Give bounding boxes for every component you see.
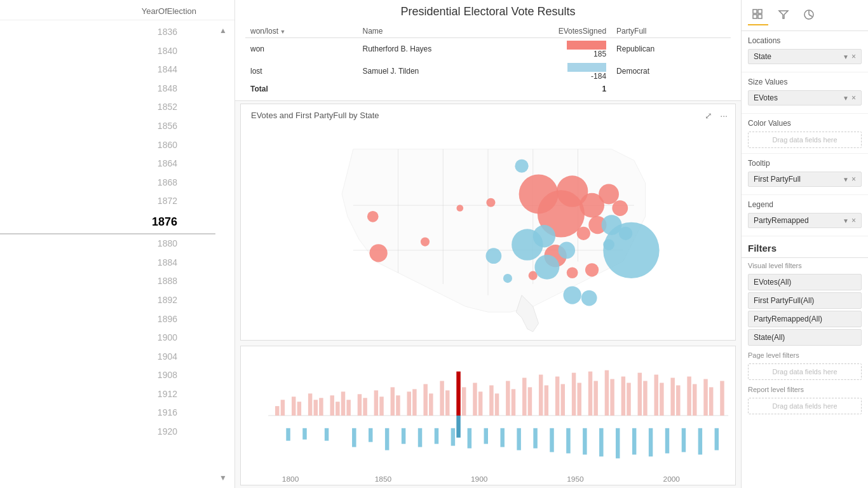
toolbar xyxy=(742,0,868,31)
tooltip-pill[interactable]: First PartyFull ▼ × xyxy=(748,172,862,187)
year-item[interactable]: 1836 xyxy=(0,23,215,42)
size-values-section: Size Values EVotes ▼ × xyxy=(742,72,868,114)
year-item[interactable]: 1864 xyxy=(0,154,215,173)
svg-rect-58 xyxy=(358,394,362,416)
year-item[interactable]: 1908 xyxy=(0,366,215,385)
svg-text:1900: 1900 xyxy=(471,475,487,482)
svg-rect-49 xyxy=(308,393,312,416)
scroll-up-arrow[interactable]: ▲ xyxy=(215,23,231,38)
year-item[interactable]: 1896 xyxy=(0,310,215,329)
legend-pill[interactable]: PartyRemapped ▼ × xyxy=(748,213,862,228)
size-values-title: Size Values xyxy=(748,78,862,86)
svg-point-22 xyxy=(585,263,599,276)
svg-rect-93 xyxy=(545,385,548,416)
legend-close-icon[interactable]: × xyxy=(851,216,856,225)
svg-rect-125 xyxy=(720,381,724,416)
svg-point-16 xyxy=(599,184,619,204)
bar-chart-svg: 1800 1850 1900 1950 2000 xyxy=(241,346,735,485)
svg-rect-48 xyxy=(302,428,306,440)
svg-rect-98 xyxy=(572,373,576,416)
year-item[interactable]: 1848 xyxy=(0,79,215,98)
svg-rect-83 xyxy=(489,385,493,416)
size-values-close-icon[interactable]: × xyxy=(851,93,856,102)
col-evotes: EVotesSigned xyxy=(553,25,611,38)
col-party: PartyFull xyxy=(611,25,731,38)
svg-point-36 xyxy=(603,222,659,278)
svg-rect-52 xyxy=(325,428,329,441)
svg-rect-43 xyxy=(275,406,279,416)
year-item[interactable]: 1852 xyxy=(0,98,215,117)
svg-rect-80 xyxy=(473,383,477,416)
year-item[interactable]: 1872 xyxy=(0,192,215,211)
svg-point-28 xyxy=(533,225,555,247)
tooltip-close-icon[interactable]: × xyxy=(851,175,856,184)
svg-text:1950: 1950 xyxy=(567,475,583,482)
map-more-btn[interactable]: ··· xyxy=(717,109,730,122)
size-values-expand-icon[interactable]: ▼ xyxy=(843,95,849,102)
svg-rect-102 xyxy=(593,381,597,416)
locations-expand-icon[interactable]: ▼ xyxy=(843,53,849,60)
row-party: Democrat xyxy=(611,60,731,83)
year-item[interactable]: 1884 xyxy=(0,254,215,273)
filter-item[interactable]: EVotes(All) xyxy=(748,274,862,290)
svg-text:2000: 2000 xyxy=(663,475,680,482)
year-item[interactable]: 1880 xyxy=(0,234,215,254)
year-item[interactable]: 1856 xyxy=(0,117,215,136)
svg-rect-65 xyxy=(396,395,400,416)
row-party: Republican xyxy=(611,38,731,60)
year-item[interactable]: 1904 xyxy=(0,348,215,367)
year-item[interactable]: 1892 xyxy=(0,291,215,310)
row-evotes: -184 xyxy=(553,60,611,83)
col-won-lost[interactable]: won/lost xyxy=(245,25,358,38)
legend-title: Legend xyxy=(748,200,862,209)
size-values-pill[interactable]: EVotes ▼ × xyxy=(748,90,862,105)
svg-rect-103 xyxy=(599,428,603,457)
locations-value: State xyxy=(754,52,843,61)
year-item[interactable]: 1888 xyxy=(0,272,215,291)
locations-pill[interactable]: State ▼ × xyxy=(748,49,862,64)
tooltip-title: Tooltip xyxy=(748,159,862,168)
svg-rect-82 xyxy=(484,428,488,444)
locations-close-icon[interactable]: × xyxy=(851,52,856,61)
year-item[interactable]: 1860 xyxy=(0,136,215,155)
scroll-down-arrow[interactable]: ▼ xyxy=(215,470,231,485)
year-item[interactable]: 1868 xyxy=(0,173,215,193)
year-item[interactable]: 1844 xyxy=(0,60,215,79)
locations-section: Locations State ▼ × xyxy=(742,31,868,72)
filters-header: Filters xyxy=(742,236,868,258)
analytics-toolbar-icon[interactable] xyxy=(799,5,819,25)
year-item[interactable]: 1840 xyxy=(0,42,215,61)
filter-item[interactable]: PartyRemapped(All) xyxy=(748,311,862,327)
svg-rect-120 xyxy=(693,384,696,416)
year-column-header: YearOfElection xyxy=(142,6,196,16)
fields-toolbar-icon[interactable] xyxy=(748,5,768,25)
year-item[interactable]: 1912 xyxy=(0,385,215,404)
legend-expand-icon[interactable]: ▼ xyxy=(843,217,849,224)
svg-rect-72 xyxy=(435,428,438,444)
svg-rect-61 xyxy=(374,390,378,416)
svg-rect-50 xyxy=(314,400,318,416)
year-item[interactable]: 1900 xyxy=(0,329,215,348)
year-item[interactable]: 1916 xyxy=(0,403,215,423)
svg-point-25 xyxy=(485,248,501,264)
table-total-row: Total 1 xyxy=(245,83,731,95)
year-item[interactable]: 1876 xyxy=(0,211,215,234)
map-expand-btn[interactable]: ⤢ xyxy=(702,109,715,122)
filter-toolbar-icon[interactable] xyxy=(773,5,794,25)
svg-rect-118 xyxy=(682,428,686,452)
svg-point-9 xyxy=(421,237,430,246)
page-filters-title: Page level filters xyxy=(742,348,868,362)
svg-rect-44 xyxy=(281,400,285,416)
filter-item[interactable]: State(All) xyxy=(748,329,862,346)
year-list[interactable]: 1836184018441848185218561860186418681872… xyxy=(0,20,215,488)
visual-filters-title: Visual level filters xyxy=(742,258,868,272)
svg-rect-114 xyxy=(660,383,663,416)
tooltip-expand-icon[interactable]: ▼ xyxy=(843,176,849,183)
svg-rect-110 xyxy=(638,373,642,416)
svg-rect-107 xyxy=(621,377,625,416)
svg-rect-112 xyxy=(649,428,653,457)
filter-item[interactable]: First PartyFull(All) xyxy=(748,292,862,309)
row-evotes: 185 xyxy=(553,38,611,60)
year-item[interactable]: 1920 xyxy=(0,423,215,442)
svg-rect-74 xyxy=(445,390,449,416)
